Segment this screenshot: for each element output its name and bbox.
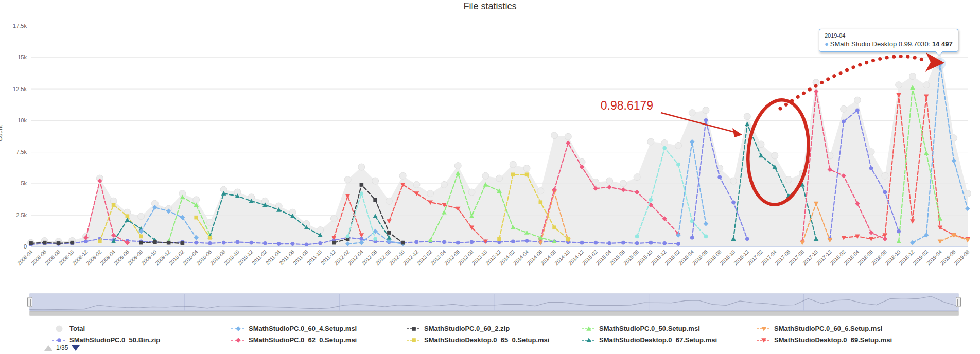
svg-text:10k: 10k [18, 117, 27, 123]
file-statistics-chart: File statistics Count 02.5k5k7.5k10k12.5… [0, 0, 980, 354]
legend-marker-icon [756, 337, 772, 344]
svg-text:12.5k: 12.5k [13, 86, 27, 92]
legend-page-up-icon[interactable] [44, 345, 52, 351]
legend-page-down-icon[interactable] [72, 345, 80, 351]
svg-text:0: 0 [24, 243, 27, 250]
legend-marker-icon [51, 337, 67, 344]
legend-marker-icon [581, 337, 597, 344]
legend-item-smathstudiopc-0-60-4-setup-msi[interactable]: SMathStudioPC.0_60_4.Setup.msi [231, 325, 357, 332]
legend-pagination: 1/35 [44, 344, 80, 351]
annotation-version-label: 0.98.6179 [601, 99, 653, 112]
tooltip: 2019-04 ●SMath Studio Desktop 0.99.7030:… [819, 29, 958, 52]
legend-item-label: SMathStudioPC.0_60_2.zip [424, 325, 510, 332]
legend-marker-icon [51, 325, 67, 332]
legend-item-smathstudiodesktop-0-69-setup-msi[interactable]: SMathStudioDesktop.0_69.Setup.msi [756, 336, 892, 344]
tooltip-series-line: ●SMath Studio Desktop 0.99.7030: 14 497 [825, 40, 953, 48]
tooltip-date: 2019-04 [825, 32, 953, 39]
svg-text:15k: 15k [18, 54, 27, 60]
legend-item-label: SMathStudioPC.0_62_0.Setup.msi [249, 336, 357, 344]
legend-item-label: SMathStudioPC.0_60_6.Setup.msi [774, 325, 882, 332]
navigator[interactable] [28, 294, 961, 311]
scrollbar-thumb [30, 311, 958, 315]
legend-marker-icon [231, 337, 246, 344]
legend-item-smathstudiopc-0-50-setup-msi[interactable]: SMathStudioPC.0_50.Setup.msi [581, 325, 700, 332]
legend-marker-icon [406, 325, 422, 332]
legend-marker-icon [231, 325, 246, 332]
legend-marker-icon [581, 325, 597, 332]
legend-item-smathstudiodesktop-0-67-setup-msi[interactable]: SMathStudioDesktop.0_67.Setup.msi [581, 336, 717, 344]
chart-canvas[interactable]: 02.5k5k7.5k10k12.5k15k17.5k2008-042008-0… [0, 0, 980, 354]
navigator-handle-right[interactable] [956, 297, 961, 307]
svg-text:7.5k: 7.5k [16, 149, 27, 155]
legend-item-label: SMathStudioPC.0_50.Setup.msi [599, 325, 700, 332]
legend-marker-icon [406, 337, 422, 344]
scrollbar[interactable] [30, 311, 958, 315]
legend-marker-icon [756, 325, 772, 332]
svg-text:2010-12: 2010-12 [237, 249, 254, 266]
legend-item-label: Total [69, 325, 85, 332]
svg-text:2019-08: 2019-08 [953, 249, 971, 266]
tooltip-series-label: SMath Studio Desktop 0.99.7030: [830, 40, 930, 48]
legend-item-total[interactable]: Total [51, 325, 85, 332]
series-dot-icon: ● [825, 40, 829, 48]
legend-item-label: SMathStudioDesktop.0_67.Setup.msi [599, 336, 717, 344]
legend-item-smathstudiopc-0-60-6-setup-msi[interactable]: SMathStudioPC.0_60_6.Setup.msi [756, 325, 882, 332]
x-axis-labels: 2008-042008-062008-082008-102008-122009-… [16, 249, 971, 266]
legend-item-label: SMathStudioDesktop.0_69.Setup.msi [774, 336, 892, 344]
legend-item-smathstudiopc-0-50-bin-zip[interactable]: SMathStudioPC.0_50.Bin.zip [51, 336, 160, 344]
series-total [28, 46, 971, 246]
legend-item-smathstudiopc-0-62-0-setup-msi[interactable]: SMathStudioPC.0_62_0.Setup.msi [231, 336, 357, 344]
legend-item-smathstudiodesktop-0-65-0-setup-msi[interactable]: SMathStudioDesktop.0_65_0.Setup.msi [406, 336, 549, 344]
svg-text:5k: 5k [21, 180, 27, 186]
legend-item-smathstudiopc-0-60-2-zip[interactable]: SMathStudioPC.0_60_2.zip [406, 325, 510, 332]
tooltip-value: 14 497 [932, 40, 953, 48]
svg-text:17.5k: 17.5k [13, 23, 27, 29]
svg-text:2.5k: 2.5k [16, 212, 27, 218]
legend-item-label: SMathStudioPC.0_60_4.Setup.msi [249, 325, 357, 332]
legend-page-indicator: 1/35 [56, 344, 68, 351]
legend-item-label: SMathStudioPC.0_50.Bin.zip [69, 336, 160, 344]
navigator-handle-left[interactable] [28, 297, 32, 307]
legend-item-label: SMathStudioDesktop.0_65_0.Setup.msi [424, 336, 549, 344]
